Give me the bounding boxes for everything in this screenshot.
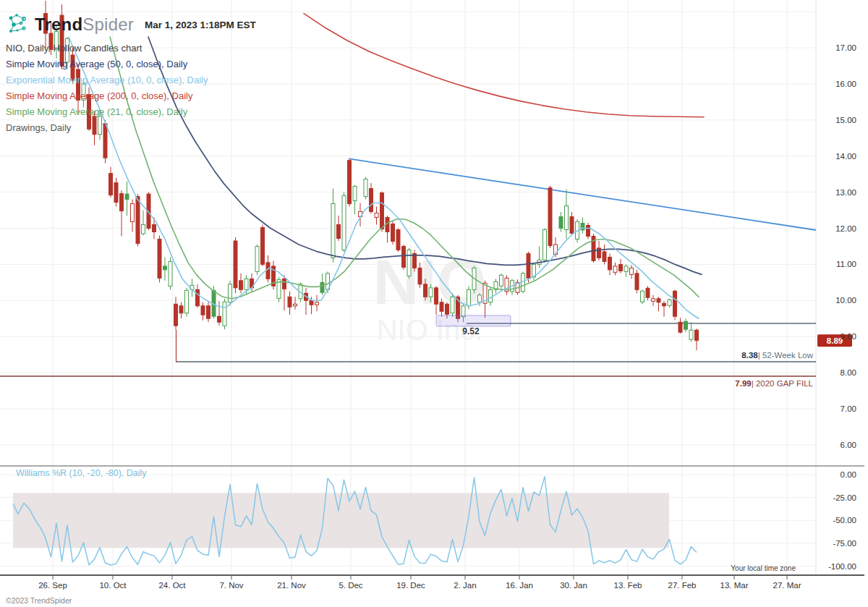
svg-text:8.38| 52-Week Low: 8.38| 52-Week Low — [741, 351, 813, 360]
brand-trend: Trend — [35, 14, 82, 34]
svg-text:Your local time zone: Your local time zone — [731, 564, 796, 572]
svg-text:12.00: 12.00 — [835, 224, 856, 233]
brand-spider: Spider — [82, 14, 134, 34]
svg-text:5. Dec: 5. Dec — [339, 581, 362, 590]
svg-text:7. Nov: 7. Nov — [219, 581, 243, 590]
svg-text:27. Mar: 27. Mar — [773, 581, 801, 590]
legend-item-sma21[interactable]: Simple Moving Average (21, 0, close), Da… — [6, 104, 208, 120]
svg-text:14.00: 14.00 — [835, 152, 856, 161]
svg-text:9.52: 9.52 — [462, 326, 480, 336]
chart-legend: NIO, Daily, Hollow Candles chart Simple … — [6, 41, 208, 136]
legend-item-sma50[interactable]: Simple Moving Average (50, 0, close), Da… — [6, 56, 208, 72]
svg-text:8.00: 8.00 — [841, 368, 856, 377]
svg-text:27. Feb: 27. Feb — [668, 581, 697, 590]
legend-item-sma200[interactable]: Simple Moving Average (200, 0, close), D… — [6, 88, 208, 104]
trendspider-logo-icon — [6, 12, 30, 38]
svg-text:6.00: 6.00 — [841, 441, 856, 449]
svg-text:©2023 TrendSpider: ©2023 TrendSpider — [6, 596, 72, 605]
brand-name: TrendSpider — [35, 14, 134, 35]
svg-text:19. Dec: 19. Dec — [396, 581, 425, 590]
svg-text:17.00: 17.00 — [835, 43, 856, 52]
svg-text:10.00: 10.00 — [835, 296, 856, 305]
svg-text:-25.00: -25.00 — [833, 493, 856, 502]
svg-text:-75.00: -75.00 — [833, 539, 856, 548]
svg-text:26. Sep: 26. Sep — [38, 581, 67, 590]
svg-text:16.00: 16.00 — [835, 80, 856, 88]
trendspider-chart-window: NIONIO Inc.9.528.38| 52-Week Low7.99| 20… — [0, 0, 868, 607]
legend-item-ema10[interactable]: Exponential Moving Average (10, 0, close… — [6, 72, 208, 88]
svg-text:30. Jan: 30. Jan — [560, 581, 587, 590]
svg-text:2. Jan: 2. Jan — [454, 581, 476, 590]
svg-text:13.00: 13.00 — [835, 188, 856, 197]
svg-text:9.00: 9.00 — [841, 332, 856, 341]
svg-text:15.00: 15.00 — [835, 116, 856, 124]
svg-text:13. Feb: 13. Feb — [614, 581, 642, 590]
svg-text:13. Mar: 13. Mar — [720, 581, 749, 590]
svg-text:Williams %R (10, -20, -80), Da: Williams %R (10, -20, -80), Daily — [16, 468, 147, 478]
svg-text:0.00: 0.00 — [841, 470, 856, 479]
svg-text:7.00: 7.00 — [841, 404, 856, 413]
svg-text:24. Oct: 24. Oct — [158, 581, 186, 590]
svg-text:21. Nov: 21. Nov — [277, 581, 306, 590]
svg-text:10. Oct: 10. Oct — [99, 581, 127, 590]
chart-timestamp: Mar 1, 2023 1:18PM EST — [145, 20, 256, 30]
svg-text:7.99| 2020 GAP FILL: 7.99| 2020 GAP FILL — [735, 379, 813, 388]
svg-text:16. Jan: 16. Jan — [506, 581, 533, 590]
svg-text:-100.00: -100.00 — [828, 562, 856, 571]
svg-text:-50.00: -50.00 — [833, 516, 856, 525]
trendspider-logo[interactable]: TrendSpider — [6, 12, 134, 38]
svg-text:11.00: 11.00 — [836, 260, 856, 268]
legend-symbol-title[interactable]: NIO, Daily, Hollow Candles chart — [6, 41, 208, 56]
legend-item-drawings[interactable]: Drawings, Daily — [6, 120, 208, 136]
